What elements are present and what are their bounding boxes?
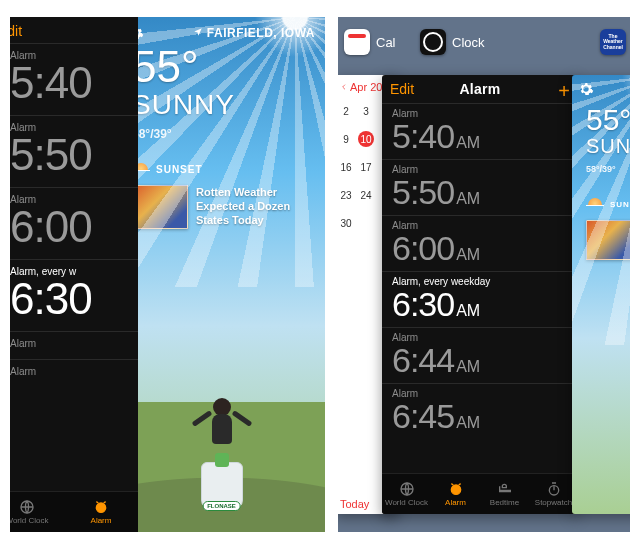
- ad-brand-badge: FLONASE: [202, 501, 241, 511]
- calendar-day-cell[interactable]: 17: [358, 159, 374, 175]
- temperature: 55°: [118, 45, 325, 89]
- alarm-row[interactable]: Alarm5:50: [10, 115, 138, 187]
- tab-bedtime[interactable]: Bedtime: [480, 474, 529, 514]
- location-arrow-icon: [193, 26, 203, 40]
- alarm-row[interactable]: Alarm5:50AM: [382, 159, 578, 215]
- gear-icon[interactable]: [578, 81, 594, 97]
- location-text: FAIRFIELD, IOWA: [207, 26, 315, 40]
- news-thumb-image: [132, 185, 188, 229]
- alarm-time: 5:50AM: [392, 175, 578, 209]
- condition: SUNNY: [118, 89, 325, 121]
- calendar-day-cell[interactable]: 9: [338, 131, 354, 147]
- sunset-row: SUNSET: [118, 163, 325, 175]
- switcher-app-weather[interactable]: The Weather Channel: [600, 29, 626, 55]
- tab-label: World Clock: [10, 516, 48, 525]
- location-button[interactable]: FAIRFIELD, IOWA: [193, 26, 315, 40]
- alarm-row[interactable]: Alarm, every weekday6:30AM: [382, 271, 578, 327]
- tab-alarm[interactable]: Alarm: [431, 474, 480, 514]
- screen-title: Alarm: [382, 81, 578, 97]
- alarm-time: 6:30AM: [392, 287, 578, 321]
- tab-world-clock[interactable]: World Clock: [382, 474, 431, 514]
- switcher-app-label: Cal: [376, 35, 396, 50]
- calendar-day-cell[interactable]: 2: [338, 103, 354, 119]
- temperature: 55°: [572, 105, 630, 135]
- alarm-label: Alarm: [10, 366, 138, 377]
- news-card[interactable]: Rotten Weather Expected a Dozen States T…: [132, 185, 315, 229]
- ad-product-image: FLONASE: [201, 462, 243, 510]
- tab-label: Alarm: [91, 516, 112, 525]
- weather-app-card[interactable]: 55° SUNNY 58°/39° SUNSET Rotten Weather …: [572, 75, 630, 514]
- alarm-row[interactable]: Alarm: [10, 331, 138, 359]
- alarm-label: Alarm: [10, 338, 138, 349]
- chevron-left-icon: [340, 83, 348, 91]
- alarm-row[interactable]: Alarm6:44AM: [382, 327, 578, 383]
- weather-channel-app-icon: The Weather Channel: [600, 29, 626, 55]
- switcher-app-calendar[interactable]: Cal: [344, 29, 396, 55]
- news-headline: Rotten Weather Expected a Dozen States T…: [196, 186, 315, 227]
- tab-label: Stopwatch: [535, 498, 572, 507]
- sunset-label: SUNSET: [610, 200, 630, 209]
- clock-app-icon: [420, 29, 446, 55]
- hi-lo: 58°/39°: [572, 164, 630, 174]
- alarm-list[interactable]: Alarm5:40AMAlarm5:50AMAlarm6:00AMAlarm, …: [382, 103, 578, 474]
- add-alarm-button[interactable]: +: [558, 81, 570, 101]
- alarm-row[interactable]: Alarm, every w6:30: [10, 259, 138, 331]
- edit-button[interactable]: Edit: [10, 17, 138, 41]
- alarm-row[interactable]: Alarm6:45AM: [382, 383, 578, 439]
- alarm-time: 5:40AM: [392, 119, 578, 153]
- calendar-app-icon: [344, 29, 370, 55]
- alarm-time: 5:40: [10, 61, 138, 105]
- calendar-day-cell[interactable]: 24: [358, 187, 374, 203]
- switcher-header: Cal Clock The Weather Channel: [338, 29, 630, 71]
- tab-label: World Clock: [385, 498, 428, 507]
- news-card[interactable]: Rotten Weather Expected a Dozen States T…: [586, 220, 630, 260]
- alarm-row[interactable]: Alarm5:40: [10, 43, 138, 115]
- calendar-day-cell[interactable]: [358, 215, 374, 231]
- calendar-day-cell[interactable]: 23: [338, 187, 354, 203]
- calendar-day-cell[interactable]: 3: [358, 103, 374, 119]
- calendar-day-cell[interactable]: 16: [338, 159, 354, 175]
- alarm-time: 6:44AM: [392, 343, 578, 377]
- tab-bar: World Clock Alarm Bedtime Stopwatch: [382, 473, 578, 514]
- today-button[interactable]: Today: [340, 498, 369, 510]
- alarm-list[interactable]: Alarm5:40Alarm5:50Alarm6:00Alarm, every …: [10, 43, 138, 492]
- alarm-time: 5:50: [10, 133, 138, 177]
- switcher-app-clock[interactable]: Clock: [420, 29, 485, 55]
- alarm-time: 6:00: [10, 205, 138, 249]
- alarm-time: 6:30: [10, 277, 138, 321]
- sunset-row: SUNSET: [572, 198, 630, 210]
- alarm-row[interactable]: Alarm: [10, 359, 138, 387]
- condition: SUNNY: [572, 135, 630, 158]
- hi-lo: 58°/39°: [118, 127, 325, 141]
- tab-bar: World Clock Alarm: [10, 491, 138, 532]
- switcher-app-label: Clock: [452, 35, 485, 50]
- news-thumb-image: [586, 220, 630, 260]
- tab-stopwatch[interactable]: Stopwatch: [529, 474, 578, 514]
- right-screenshot: Cal Clock The Weather Channel Apr 2017 2…: [338, 17, 630, 532]
- sunset-icon: [586, 198, 604, 210]
- alarm-row[interactable]: Alarm6:00AM: [382, 215, 578, 271]
- alarm-time: 6:45AM: [392, 399, 578, 433]
- calendar-day-cell[interactable]: 30: [338, 215, 354, 231]
- tab-label: Bedtime: [490, 498, 519, 507]
- clock-app-card[interactable]: Edit Alarm5:40Alarm5:50Alarm6:00Alarm, e…: [10, 17, 138, 532]
- alarm-time: 6:00AM: [392, 231, 578, 265]
- ad-background-image: FLONASE: [118, 362, 325, 532]
- clock-app-card[interactable]: Edit Alarm + Alarm5:40AMAlarm5:50AMAlarm…: [382, 75, 578, 514]
- weather-app-card[interactable]: FAIRFIELD, IOWA 55° SUNNY 58°/39° SUNSET…: [118, 17, 325, 532]
- sunset-label: SUNSET: [156, 164, 203, 175]
- left-screenshot: ● FAIRFIELD, IOWA 55° SUNNY 58°/39°: [10, 17, 325, 532]
- tab-alarm[interactable]: Alarm: [64, 492, 138, 532]
- calendar-day-cell[interactable]: 10: [358, 131, 374, 147]
- alarm-row[interactable]: Alarm6:00: [10, 187, 138, 259]
- tab-world-clock[interactable]: World Clock: [10, 492, 64, 532]
- tab-label: Alarm: [445, 498, 466, 507]
- alarm-row[interactable]: Alarm5:40AM: [382, 103, 578, 159]
